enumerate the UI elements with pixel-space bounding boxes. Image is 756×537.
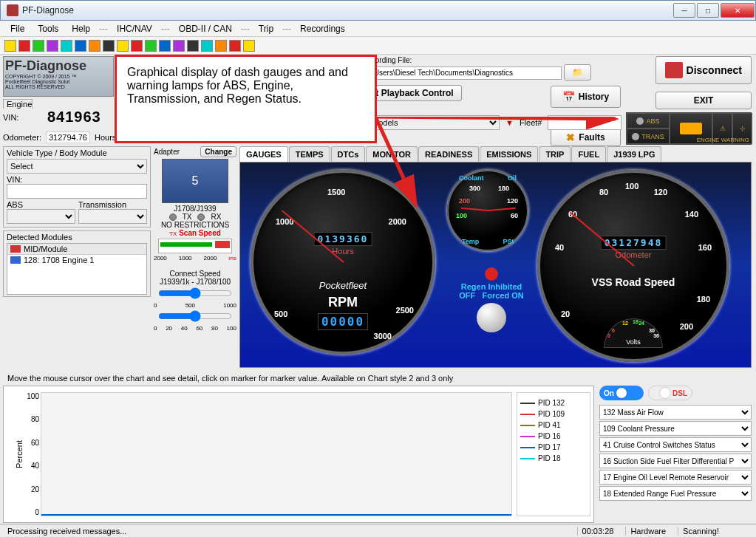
speed-slider-2[interactable] <box>158 310 232 322</box>
vehicle-type-panel: Vehicle Type / Body Module Select VIN: A… <box>3 146 151 228</box>
abs-select[interactable] <box>7 209 75 224</box>
scan-speed-bar <box>158 239 232 253</box>
adapter-protocol: J1708/J1939 <box>154 205 236 213</box>
tx-led <box>169 213 177 221</box>
check-engine-icon <box>680 123 702 134</box>
tool-icon[interactable] <box>173 40 185 52</box>
module-column-header: MID/Module <box>24 244 67 253</box>
tool-icon[interactable] <box>187 40 199 52</box>
trans-select[interactable] <box>78 209 147 224</box>
maximize-button[interactable]: □ <box>697 3 719 18</box>
tool-icon[interactable] <box>243 40 255 52</box>
adapter-restrictions: NO RESTRICTIONS <box>154 221 236 229</box>
status-bar: Processing received messages... 00:03:28… <box>0 524 756 537</box>
pid-select-6[interactable]: 18 Extended Range Fuel Pressure <box>599 486 752 501</box>
callout-text: Graphical display of dash gauges and and… <box>127 66 348 105</box>
vin-value: 841963 <box>47 109 101 126</box>
truck-icon <box>665 62 683 78</box>
tool-icon[interactable] <box>201 40 213 52</box>
tab-dtcs[interactable]: DTCs <box>331 146 366 162</box>
tool-icon[interactable] <box>75 40 86 52</box>
tool-icon[interactable] <box>89 40 101 52</box>
brand-name: PF-Diagnose <box>5 58 86 73</box>
tool-icon[interactable] <box>145 40 157 52</box>
menu-help[interactable]: Help <box>66 22 96 35</box>
pid-select-5[interactable]: 17 Engine Oil Level Remote Reservoir <box>599 470 752 485</box>
recording-file-input[interactable] <box>362 66 562 80</box>
tab-gauges[interactable]: GAUGES <box>239 146 288 162</box>
on-toggle[interactable]: On <box>599 386 644 400</box>
tab-temps[interactable]: TEMPS <box>289 146 330 162</box>
vin-entry-input[interactable] <box>7 184 147 199</box>
status-scanning: Scanning! <box>678 527 723 536</box>
engine-warning-label: ENGINE WARNING <box>697 137 749 143</box>
module-icon <box>10 256 21 264</box>
regen-knob[interactable] <box>477 303 506 332</box>
speed-slider-1[interactable] <box>158 287 232 299</box>
chart-plot[interactable] <box>41 392 512 516</box>
status-hardware: Hardware <box>625 527 670 536</box>
tool-icon[interactable] <box>61 40 72 52</box>
adapter-header: Adapter <box>154 148 180 156</box>
window-titlebar: PF-Diagnose ─ □ ✕ <box>0 0 756 21</box>
dsl-toggle[interactable]: DSL <box>648 386 692 400</box>
tool-icon[interactable] <box>33 40 44 52</box>
tool-icon[interactable] <box>229 40 241 52</box>
window-title: PF-Diagnose <box>22 5 74 16</box>
pid-select-3[interactable]: 41 Cruise Control Switches Status <box>599 437 752 452</box>
vehicle-type-header: Vehicle Type / Body Module <box>7 148 147 157</box>
volts-gauge: Volts 0 6 12 18 24 30 36 <box>604 318 663 348</box>
module-row[interactable]: 128: 1708 Engine 1 <box>24 256 94 264</box>
tool-icon[interactable] <box>47 40 58 52</box>
close-button[interactable]: ✕ <box>721 3 755 18</box>
detected-modules-list[interactable]: MID/Module 128: 1708 Engine 1 <box>7 243 147 295</box>
regen-label: Regen Inhibited <box>454 282 528 291</box>
pid-select-4[interactable]: 16 Suction Side Fuel Filter Differential… <box>599 454 752 468</box>
tool-icon[interactable] <box>215 40 227 52</box>
brand-panel: PF-Diagnose COPYRIGHT © 2009 / 2015 ™ Po… <box>3 56 114 97</box>
disconnect-button[interactable]: Disconnect <box>655 56 752 84</box>
tool-icon[interactable] <box>18 40 30 52</box>
odometer-value: 312794.76 <box>46 131 90 143</box>
chart-y-ticks: 1008060 40200 <box>24 392 39 516</box>
menu-file[interactable]: File <box>4 22 30 35</box>
status-message: Processing received messages... <box>3 527 131 536</box>
pid-select-1[interactable]: 132 Mass Air Flow <box>599 405 752 420</box>
menu-obd[interactable]: OBD-II / CAN <box>173 22 238 35</box>
exit-button[interactable]: EXIT <box>655 92 752 109</box>
adapter-panel: Adapter Change 5 J1708/J1939 TX RX NO RE… <box>154 146 236 332</box>
tool-icon[interactable] <box>131 40 143 52</box>
pid-select-2[interactable]: 109 Coolant Pressure <box>599 421 752 436</box>
vin-entry-label: VIN: <box>7 175 22 184</box>
annotation-arrow <box>375 117 627 220</box>
abs-select-label: ABS <box>7 200 23 209</box>
tool-icon[interactable] <box>159 40 171 52</box>
vehicle-type-select[interactable]: Select <box>7 159 147 174</box>
detected-modules-header: Detected Modules <box>7 233 147 242</box>
connect-speed-value: J1939/1k - J1708/100 <box>154 278 236 286</box>
toolbar <box>0 37 756 55</box>
calendar-icon: 📅 <box>562 91 575 103</box>
warning-lamps-panel: ABS ⚠ ⊹ TRANS ENGINE WARNING <box>626 112 752 145</box>
menu-trip[interactable]: Trip <box>253 22 279 35</box>
tool-icon[interactable] <box>117 40 129 52</box>
adapter-image: 5 <box>162 159 228 203</box>
connect-speed-label: Connect Speed <box>154 270 236 278</box>
folder-button[interactable]: 📁 <box>564 64 591 81</box>
chart-hint: Move the mouse cursor over the chart and… <box>7 374 453 383</box>
scan-speed-label: Scan Speed <box>179 229 221 237</box>
minimize-button[interactable]: ─ <box>673 3 695 18</box>
brand-rights: ALL RIGHTS RESERVED <box>5 84 112 89</box>
menu-recordings[interactable]: Recordings <box>294 22 351 35</box>
menu-ihc-nav[interactable]: IHC/NAV <box>111 22 158 35</box>
menu-tools[interactable]: Tools <box>32 22 64 35</box>
playback-control-button[interactable]: ot Playback Control <box>362 85 462 101</box>
menu-bar: File Tools Help --- IHC/NAV --- OBD-II /… <box>0 21 756 37</box>
annotation-callout: Graphical display of dash gauges and and… <box>115 55 377 143</box>
app-icon <box>7 4 18 16</box>
change-adapter-button[interactable]: Change <box>200 146 236 157</box>
tool-icon[interactable] <box>103 40 115 52</box>
tool-icon[interactable] <box>4 40 16 52</box>
brand-copyright: COPYRIGHT © 2009 / 2015 ™ <box>5 74 112 79</box>
history-button[interactable]: 📅 History <box>551 86 621 108</box>
